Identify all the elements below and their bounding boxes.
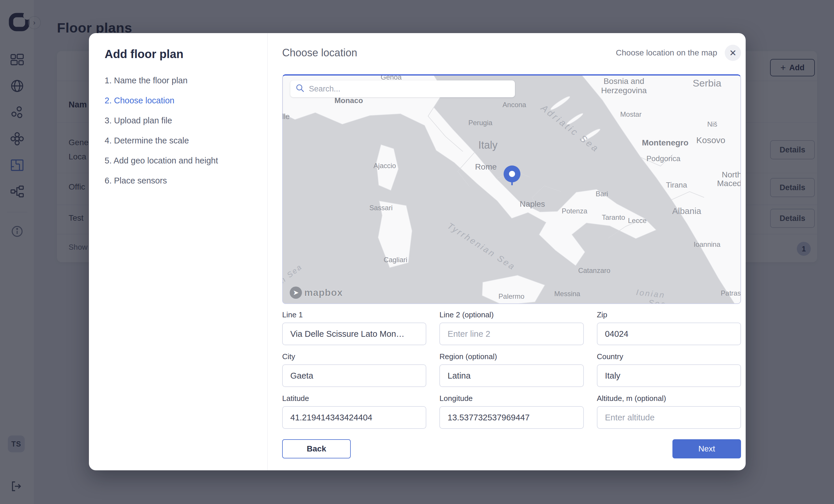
city-input[interactable]	[282, 364, 426, 387]
map-search-input[interactable]	[309, 85, 510, 93]
map-label: Cagliari	[383, 256, 407, 264]
map-label: Niš	[707, 120, 718, 128]
map-label: Ioannina	[694, 240, 720, 249]
map-label: Messina	[554, 290, 580, 298]
step-item-2: 2. Choose location	[105, 96, 256, 106]
region-label: Region (optional)	[439, 352, 584, 361]
choose-location-panel: Choose location Choose location on the m…	[268, 33, 746, 470]
map-label: Montenegro	[642, 138, 688, 147]
map-label: Albania	[672, 206, 701, 216]
map-label: Italy	[478, 139, 498, 151]
modal-title: Add floor plan	[105, 48, 256, 61]
map-label: Macedonia	[717, 179, 741, 188]
altitude-input[interactable]	[597, 406, 741, 429]
search-icon	[295, 84, 305, 94]
app-root: ›	[0, 0, 834, 504]
country-input[interactable]	[597, 364, 741, 387]
city-label: City	[282, 352, 426, 361]
country-label: Country	[597, 352, 741, 361]
map-label: Perugia	[468, 119, 492, 127]
map-label: Catanzaro	[578, 267, 611, 275]
region-input[interactable]	[439, 364, 584, 387]
map-label: North	[722, 170, 741, 179]
map-label: Rome	[475, 162, 497, 171]
step-item-5: 5. Add geo location and height	[105, 156, 256, 165]
altitude-label: Altitude, m (optional)	[597, 394, 741, 403]
mapbox-attribution: ➤ mapbox	[290, 287, 343, 299]
map-label: Potenza	[562, 207, 587, 215]
zip-label: Zip	[597, 311, 741, 319]
line2-label: Line 2 (optional)	[439, 311, 584, 319]
close-icon: ✕	[729, 48, 737, 58]
map-label: Naples	[520, 200, 545, 209]
map-label: Ajaccio	[373, 162, 396, 170]
map-label: Podgorica	[646, 154, 680, 163]
map-label: Herzegovina	[601, 86, 646, 95]
map-label: Monaco	[334, 96, 363, 105]
map-label: Bosnia and	[603, 77, 644, 86]
back-button[interactable]: Back	[282, 439, 351, 458]
map-label: Tirana	[666, 181, 687, 189]
mapbox-icon: ➤	[290, 287, 302, 299]
map-label: Patras	[721, 289, 741, 297]
longitude-input[interactable]	[439, 406, 584, 429]
add-floorplan-modal: Add floor plan 1. Name the floor plan2. …	[89, 33, 746, 470]
next-button[interactable]: Next	[673, 439, 741, 458]
map-label: Marseille	[282, 112, 290, 121]
map-label: Kosovo	[696, 135, 725, 145]
step-item-4: 4. Determine the scale	[105, 136, 256, 145]
steps-list: 1. Name the floor plan2. Choose location…	[105, 76, 256, 185]
step-item-3: 3. Upload plan file	[105, 116, 256, 125]
wizard-steps-panel: Add floor plan 1. Name the floor plan2. …	[89, 33, 267, 470]
step-title: Choose location	[282, 47, 357, 59]
map-search	[290, 81, 515, 97]
map-label: Taranto	[602, 213, 625, 222]
line2-input[interactable]	[439, 323, 584, 345]
map-label: Bari	[596, 190, 608, 198]
step-item-1: 1. Name the floor plan	[105, 76, 256, 85]
longitude-label: Longitude	[439, 394, 584, 403]
line1-input[interactable]	[282, 323, 426, 345]
map-label: Sassari	[369, 204, 393, 212]
location-map[interactable]: GenoaMonacoMarseilleAnconaPerugiaItalyRo…	[282, 74, 741, 304]
map-label: Mostar	[620, 110, 641, 118]
step-item-6: 6. Place sensors	[105, 176, 256, 185]
latitude-input[interactable]	[282, 406, 426, 429]
line1-label: Line 1	[282, 311, 426, 319]
zip-input[interactable]	[597, 323, 741, 345]
map-hint-text: Choose location on the map	[616, 48, 717, 58]
map-label: Serbia	[693, 77, 721, 89]
map-label: Lecce	[628, 216, 646, 225]
mapbox-wordmark: mapbox	[304, 287, 343, 298]
latitude-label: Latitude	[282, 394, 426, 403]
close-modal-button[interactable]: ✕	[725, 45, 741, 61]
map-label: Palermo	[498, 292, 524, 300]
location-pin-icon[interactable]	[504, 165, 521, 182]
map-label: Ancona	[502, 101, 526, 109]
